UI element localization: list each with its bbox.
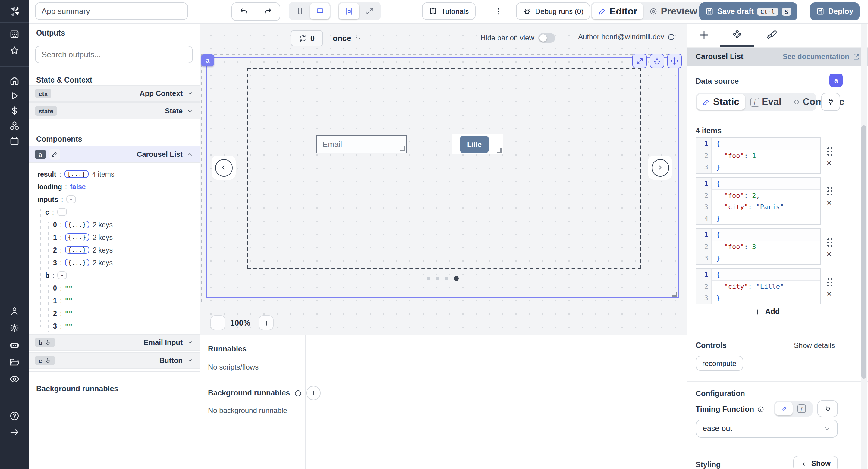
show-details-link[interactable]: Show details bbox=[794, 341, 835, 350]
remove-item-icon[interactable]: × bbox=[827, 159, 832, 166]
tree-row-1[interactable]: 1:"" bbox=[29, 294, 199, 307]
collapse-arrow-icon[interactable] bbox=[9, 427, 20, 438]
styling-brush-tab[interactable] bbox=[766, 29, 778, 41]
email-input-component[interactable]: Email bbox=[316, 135, 407, 153]
tree-row-inputs[interactable]: inputs:- bbox=[29, 193, 199, 206]
resources-cubes-icon[interactable] bbox=[9, 121, 20, 131]
desktop-view-button[interactable] bbox=[310, 3, 330, 19]
carousel-component-selection[interactable]: Email Lille bbox=[206, 57, 679, 299]
carousel-item-editor-3[interactable]: 1{2 "city": "Lille"3} bbox=[695, 268, 821, 305]
expand-badge[interactable]: - bbox=[57, 208, 67, 216]
folders-icon[interactable] bbox=[9, 357, 20, 368]
expand-badge[interactable]: {...} bbox=[65, 233, 89, 241]
anchor-icon[interactable] bbox=[650, 54, 664, 68]
drag-handle-icon[interactable] bbox=[826, 146, 832, 156]
tutorials-button[interactable]: Tutorials bbox=[422, 2, 475, 20]
timing-function-select[interactable]: ease-out bbox=[695, 419, 838, 438]
windmill-logo-icon[interactable] bbox=[8, 5, 21, 19]
favorites-star-icon[interactable] bbox=[9, 45, 20, 56]
workspace-icon[interactable] bbox=[9, 29, 20, 40]
search-outputs-input[interactable] bbox=[35, 46, 193, 63]
editor-tab[interactable]: Editor bbox=[592, 3, 643, 19]
carousel-next-button[interactable] bbox=[651, 159, 669, 176]
debug-runs-button[interactable]: Debug runs (0) bbox=[516, 2, 590, 20]
users-person-icon[interactable] bbox=[9, 306, 20, 316]
app-summary-input[interactable] bbox=[35, 2, 188, 20]
drag-handle-icon[interactable] bbox=[826, 186, 832, 195]
tree-row-2[interactable]: 2:"" bbox=[29, 307, 199, 319]
runs-play-icon[interactable] bbox=[9, 90, 20, 101]
chevron-down-icon[interactable] bbox=[186, 339, 193, 346]
tree-row-2[interactable]: 2:{...}2 keys bbox=[29, 244, 199, 256]
component-resize-handle[interactable] bbox=[672, 292, 677, 296]
carousel-button-component[interactable]: Lille bbox=[460, 136, 489, 153]
save-draft-button[interactable]: Save draft Ctrl S bbox=[699, 2, 797, 21]
mode-eval[interactable]: f Eval bbox=[745, 94, 787, 110]
carousel-dot-2[interactable] bbox=[444, 277, 448, 280]
app-canvas[interactable]: 0 once Hide bar on view Author henri@win… bbox=[199, 23, 687, 335]
tree-row-0[interactable]: 0:"" bbox=[29, 282, 199, 294]
chevron-down-icon[interactable] bbox=[186, 90, 193, 97]
styling-show-button[interactable]: Show bbox=[793, 456, 838, 469]
expand-badge[interactable]: - bbox=[57, 271, 67, 279]
carousel-dot-0[interactable] bbox=[427, 277, 430, 280]
recompute-button[interactable]: recompute bbox=[695, 356, 743, 371]
mobile-view-button[interactable] bbox=[290, 3, 310, 19]
carousel-dot-3[interactable] bbox=[454, 276, 458, 281]
tree-row-1[interactable]: 1:{...}2 keys bbox=[29, 231, 199, 244]
settings-gear-icon[interactable] bbox=[9, 322, 20, 333]
info-icon[interactable] bbox=[757, 406, 764, 413]
carousel-dot-1[interactable] bbox=[435, 277, 439, 280]
chevron-down-icon[interactable] bbox=[186, 107, 193, 115]
more-menu-icon[interactable] bbox=[493, 5, 504, 18]
tree-row-loading[interactable]: loading:false bbox=[29, 180, 199, 193]
component-c-row[interactable]: c Button bbox=[29, 352, 199, 369]
fullscreen-layout-button[interactable] bbox=[359, 3, 380, 19]
resize-handle[interactable] bbox=[400, 147, 405, 151]
workers-robot-icon[interactable] bbox=[9, 339, 20, 350]
selected-component-tag[interactable]: a bbox=[201, 54, 214, 66]
preview-tab[interactable]: Preview bbox=[643, 3, 703, 19]
info-icon[interactable] bbox=[294, 389, 302, 397]
settings-components-tab[interactable] bbox=[731, 29, 743, 41]
resize-handle[interactable] bbox=[497, 148, 501, 153]
rename-pencil-icon[interactable] bbox=[50, 149, 60, 160]
tree-row-0[interactable]: 0:{...}2 keys bbox=[29, 218, 199, 231]
remove-item-icon[interactable]: × bbox=[827, 290, 832, 297]
tree-row-b[interactable]: b:- bbox=[29, 269, 199, 282]
component-b-row[interactable]: b Email Input bbox=[29, 334, 199, 351]
add-item-button[interactable]: Add bbox=[754, 307, 780, 316]
drag-handle-icon[interactable] bbox=[826, 277, 832, 286]
remove-item-icon[interactable]: × bbox=[827, 199, 832, 206]
tree-row-3[interactable]: 3:"" bbox=[29, 319, 199, 332]
component-a-row[interactable]: a Carousel List bbox=[29, 146, 199, 163]
expand-badge[interactable]: - bbox=[66, 195, 76, 203]
frequency-select[interactable]: once bbox=[333, 30, 362, 46]
centered-layout-button[interactable] bbox=[339, 3, 359, 19]
timing-static-mode[interactable] bbox=[775, 402, 793, 415]
carousel-item-editor-2[interactable]: 1{2 "foo": 33} bbox=[695, 228, 821, 264]
refresh-counter-button[interactable]: 0 bbox=[290, 30, 323, 46]
deploy-button[interactable]: Deploy bbox=[810, 2, 859, 21]
redo-button[interactable] bbox=[256, 3, 280, 21]
move-icon[interactable] bbox=[667, 54, 682, 68]
see-documentation-link[interactable]: See documentation bbox=[783, 53, 860, 61]
add-background-runnable-button[interactable] bbox=[306, 386, 321, 400]
zoom-in-button[interactable] bbox=[258, 315, 274, 330]
expand-badge[interactable]: {...} bbox=[65, 259, 89, 267]
expand-icon[interactable] bbox=[632, 54, 647, 68]
undo-button[interactable] bbox=[232, 3, 256, 21]
timing-plug-button[interactable] bbox=[817, 400, 838, 417]
state-row[interactable]: state State bbox=[29, 102, 199, 119]
insert-component-tab[interactable] bbox=[698, 29, 710, 41]
carousel-container[interactable] bbox=[247, 67, 641, 269]
tree-row-result[interactable]: result:[...]4 items bbox=[29, 167, 199, 180]
expand-badge[interactable]: [...] bbox=[64, 170, 88, 178]
ctx-row[interactable]: ctx App Context bbox=[29, 85, 199, 102]
carousel-prev-button[interactable] bbox=[215, 159, 232, 176]
carousel-item-editor-0[interactable]: 1{2 "foo": 13} bbox=[695, 137, 821, 174]
carousel-item-editor-1[interactable]: 1{2 "foo": 2,3 "city": "Paris"4} bbox=[695, 177, 821, 225]
scrollbar-thumb[interactable] bbox=[861, 125, 866, 379]
info-icon[interactable] bbox=[667, 33, 675, 41]
chevron-up-icon[interactable] bbox=[186, 151, 193, 158]
